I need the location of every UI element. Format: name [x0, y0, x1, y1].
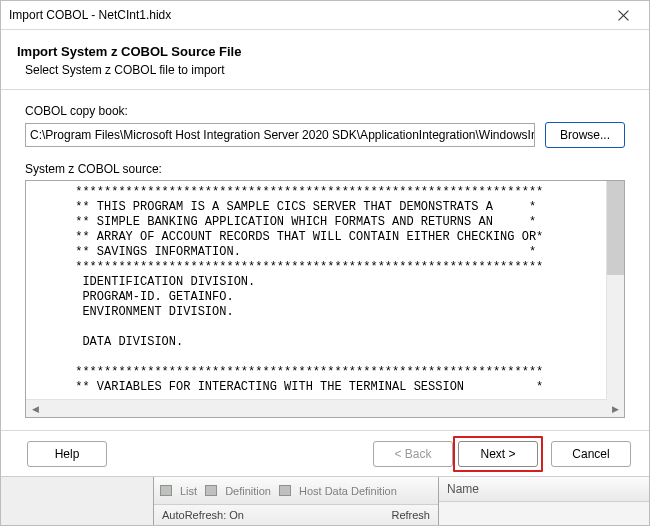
- close-icon: [618, 10, 629, 21]
- help-button[interactable]: Help: [27, 441, 107, 467]
- source-text[interactable]: ****************************************…: [26, 181, 624, 399]
- wizard-header: Import System z COBOL Source File Select…: [1, 30, 649, 90]
- page-subtitle: Select System z COBOL file to import: [25, 63, 633, 77]
- bg-right-body: [439, 502, 649, 526]
- next-button[interactable]: Next >: [458, 441, 538, 467]
- source-label: System z COBOL source:: [25, 162, 625, 176]
- next-highlight: Next >: [453, 436, 543, 472]
- background-app-strip: List Definition Host Data Definition Aut…: [1, 476, 649, 525]
- scroll-right-icon[interactable]: ▶: [609, 404, 621, 414]
- bg-toolbar-item: Definition: [225, 485, 271, 497]
- refresh-link: Refresh: [391, 509, 430, 521]
- copybook-label: COBOL copy book:: [25, 104, 625, 118]
- wizard-window: Import COBOL - NetCInt1.hidx Import Syst…: [0, 0, 650, 526]
- autorefresh-status: AutoRefresh: On: [162, 509, 244, 521]
- copybook-path-input[interactable]: C:\Program Files\Microsoft Host Integrat…: [25, 123, 535, 147]
- scroll-left-icon[interactable]: ◀: [29, 404, 41, 414]
- bg-toolbar: List Definition Host Data Definition: [154, 477, 438, 505]
- bg-right-panel: Name: [439, 477, 649, 525]
- wizard-footer: Help < Back Next > Cancel: [1, 430, 649, 477]
- titlebar: Import COBOL - NetCInt1.hidx: [1, 1, 649, 30]
- vertical-scrollbar[interactable]: [606, 181, 624, 400]
- cancel-button[interactable]: Cancel: [551, 441, 631, 467]
- bg-right-header-text: Name: [447, 482, 479, 496]
- definition-icon: [205, 485, 217, 496]
- browse-button[interactable]: Browse...: [545, 122, 625, 148]
- back-button[interactable]: < Back: [373, 441, 453, 467]
- scrollbar-thumb[interactable]: [607, 181, 624, 275]
- bg-left-panel: [1, 477, 154, 525]
- host-data-definition-icon: [279, 485, 291, 496]
- close-button[interactable]: [603, 3, 643, 27]
- bg-toolbar-item: Host Data Definition: [299, 485, 397, 497]
- bg-toolbar-item: List: [180, 485, 197, 497]
- bg-right-header: Name: [439, 477, 649, 502]
- bg-statusbar: AutoRefresh: On Refresh: [154, 505, 438, 525]
- horizontal-scrollbar[interactable]: ◀ ▶: [26, 399, 624, 417]
- list-icon: [160, 485, 172, 496]
- window-title: Import COBOL - NetCInt1.hidx: [9, 8, 603, 22]
- bg-middle-panel: List Definition Host Data Definition Aut…: [154, 477, 439, 525]
- source-viewer: ****************************************…: [25, 180, 625, 418]
- copybook-row: C:\Program Files\Microsoft Host Integrat…: [25, 122, 625, 148]
- wizard-body: COBOL copy book: C:\Program Files\Micros…: [1, 90, 649, 426]
- page-title: Import System z COBOL Source File: [17, 44, 633, 59]
